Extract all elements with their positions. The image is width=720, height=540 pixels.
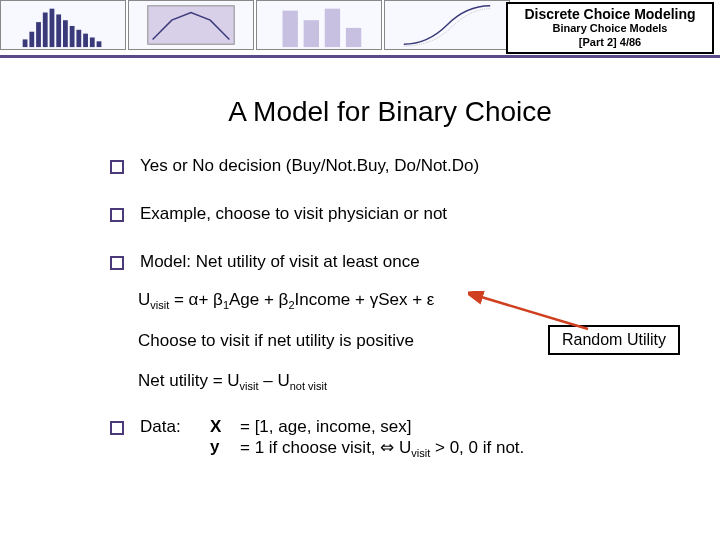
svg-rect-9 — [83, 34, 88, 47]
eq-rest: Income + γSex + ε — [295, 290, 435, 309]
data-label: Data: — [140, 417, 210, 437]
svg-rect-8 — [76, 30, 81, 47]
data-x: X — [210, 417, 240, 437]
course-title: Discrete Choice Modeling — [508, 6, 712, 22]
eq-age: Age + β — [229, 290, 288, 309]
svg-rect-11 — [97, 41, 102, 47]
svg-rect-2 — [36, 22, 41, 47]
svg-rect-14 — [304, 20, 319, 47]
eq-sub: visit — [150, 299, 169, 311]
utility-equation: Uvisit = α+ β1Age + β2Income + γSex + ε — [138, 290, 670, 311]
svg-rect-0 — [23, 39, 28, 47]
svg-rect-10 — [90, 37, 95, 47]
svg-rect-7 — [70, 26, 75, 47]
choose-text: Choose to visit if net utility is positi… — [138, 331, 414, 350]
mini-chart-bars2 — [256, 0, 382, 50]
bullet-icon — [110, 208, 124, 222]
svg-rect-12 — [148, 6, 234, 44]
data-y-def: = 1 if choose visit, ⇔ Uvisit > 0, 0 if … — [240, 437, 670, 459]
header-mini-charts — [0, 0, 510, 50]
net-utility-line: Net utility = Uvisit – Unot visit — [138, 371, 670, 392]
bullet-4: Data: X = [1, age, income, sex] y = 1 if… — [110, 417, 670, 459]
course-subtitle: Binary Choice Models — [508, 22, 712, 34]
choose-line: Choose to visit if net utility is positi… — [138, 331, 670, 351]
bullet-3-text: Model: Net utility of visit at least onc… — [140, 252, 670, 272]
bullet-2: Example, choose to visit physician or no… — [110, 204, 670, 224]
net-sub2: not visit — [290, 381, 327, 393]
data-y: y — [210, 437, 240, 457]
slide-title: A Model for Binary Choice — [110, 96, 670, 128]
net-sub1: visit — [240, 381, 259, 393]
bullet-2-text: Example, choose to visit physician or no… — [140, 204, 670, 224]
random-utility-box: Random Utility — [548, 325, 680, 355]
svg-rect-1 — [29, 32, 34, 47]
svg-rect-6 — [63, 20, 68, 47]
net-lhs: Net utility = U — [138, 371, 240, 390]
eq-mid: = α+ β — [169, 290, 223, 309]
svg-rect-4 — [50, 9, 55, 47]
header-title-box: Discrete Choice Modeling Binary Choice M… — [506, 2, 714, 54]
svg-rect-16 — [346, 28, 361, 47]
mini-chart-curve — [384, 0, 510, 50]
svg-rect-5 — [56, 14, 61, 47]
svg-rect-13 — [283, 11, 298, 47]
bullet-icon — [110, 421, 124, 435]
bullet-4-content: Data: X = [1, age, income, sex] y = 1 if… — [140, 417, 670, 459]
bullet-1: Yes or No decision (Buy/Not.Buy, Do/Not.… — [110, 156, 670, 176]
net-mid: – U — [259, 371, 290, 390]
data-x-def: = [1, age, income, sex] — [240, 417, 670, 437]
bullet-icon — [110, 256, 124, 270]
eq-u: U — [138, 290, 150, 309]
mini-chart-bars — [0, 0, 126, 50]
slide-header: Discrete Choice Modeling Binary Choice M… — [0, 0, 720, 58]
mini-chart-area — [128, 0, 254, 50]
bullet-3: Model: Net utility of visit at least onc… — [110, 252, 670, 272]
part-indicator: [Part 2] 4/86 — [508, 36, 712, 48]
svg-rect-15 — [325, 9, 340, 47]
bullet-1-text: Yes or No decision (Buy/Not.Buy, Do/Not.… — [140, 156, 670, 176]
slide-content: A Model for Binary Choice Yes or No deci… — [0, 58, 720, 469]
bullet-icon — [110, 160, 124, 174]
svg-rect-3 — [43, 13, 48, 48]
